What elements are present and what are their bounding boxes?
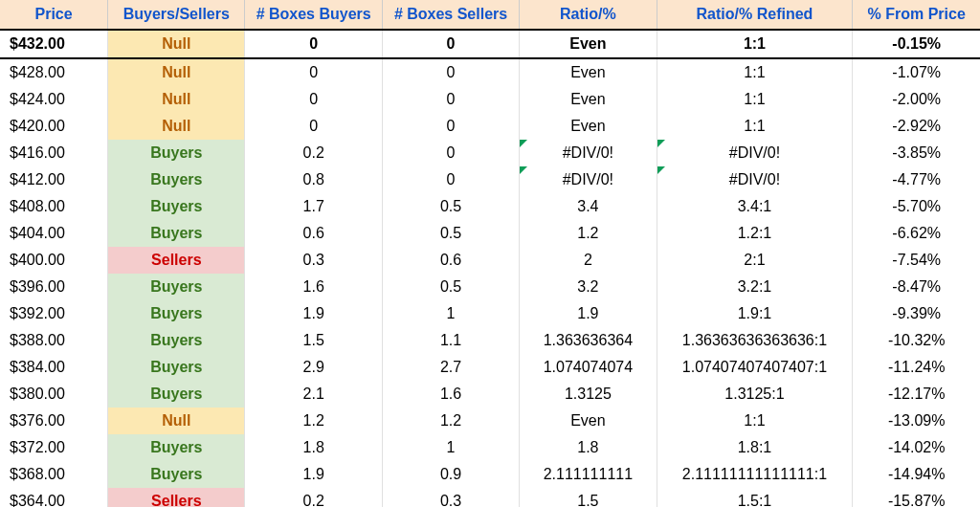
cell-boxes-sellers[interactable]: 0	[382, 86, 519, 113]
cell-ratio[interactable]: Even	[520, 58, 657, 86]
cell-from-price[interactable]: -14.02%	[853, 434, 980, 461]
cell-from-price[interactable]: -5.70%	[853, 193, 980, 220]
cell-boxes-sellers[interactable]: 1.1	[382, 327, 519, 354]
cell-boxes-sellers[interactable]: 0	[382, 140, 519, 166]
table-row[interactable]: $388.00Buyers1.51.11.3636363641.36363636…	[0, 327, 980, 354]
table-row[interactable]: $400.00Sellers0.30.622:1-7.54%	[0, 247, 980, 274]
cell-ratio-refined[interactable]: 1.07407407407407:1	[657, 354, 853, 381]
cell-boxes-sellers[interactable]: 0.5	[382, 193, 519, 220]
cell-ratio[interactable]: 3.2	[520, 274, 657, 300]
cell-ratio[interactable]: 1.9	[520, 300, 657, 327]
cell-price[interactable]: $424.00	[0, 86, 108, 113]
cell-boxes-buyers[interactable]: 2.9	[245, 354, 382, 381]
cell-buyers-sellers[interactable]: Sellers	[108, 488, 245, 507]
cell-buyers-sellers[interactable]: Null	[108, 30, 245, 58]
cell-price[interactable]: $384.00	[0, 354, 108, 381]
cell-ratio[interactable]: 1.2	[520, 220, 657, 247]
cell-price[interactable]: $420.00	[0, 113, 108, 140]
table-row[interactable]: $428.00Null00Even1:1-1.07%	[0, 58, 980, 86]
cell-boxes-buyers[interactable]: 0	[245, 58, 382, 86]
cell-buyers-sellers[interactable]: Buyers	[108, 300, 245, 327]
cell-ratio-refined[interactable]: #DIV/0!	[657, 140, 853, 166]
cell-boxes-buyers[interactable]: 0.2	[245, 140, 382, 166]
cell-from-price[interactable]: -10.32%	[853, 327, 980, 354]
cell-ratio[interactable]: Even	[520, 86, 657, 113]
cell-boxes-buyers[interactable]: 0	[245, 86, 382, 113]
cell-boxes-buyers[interactable]: 1.5	[245, 327, 382, 354]
cell-boxes-sellers[interactable]: 0.9	[382, 461, 519, 488]
cell-boxes-buyers[interactable]: 1.7	[245, 193, 382, 220]
table-row[interactable]: $372.00Buyers1.811.81.8:1-14.02%	[0, 434, 980, 461]
cell-ratio[interactable]: 2.111111111	[520, 461, 657, 488]
cell-from-price[interactable]: -11.24%	[853, 354, 980, 381]
table-row[interactable]: $432.00Null00Even1:1-0.15%	[0, 30, 980, 58]
cell-from-price[interactable]: -2.00%	[853, 86, 980, 113]
cell-boxes-buyers[interactable]: 0	[245, 30, 382, 58]
cell-boxes-sellers[interactable]: 1	[382, 434, 519, 461]
cell-boxes-sellers[interactable]: 0.5	[382, 220, 519, 247]
cell-price[interactable]: $404.00	[0, 220, 108, 247]
cell-buyers-sellers[interactable]: Buyers	[108, 220, 245, 247]
cell-ratio-refined[interactable]: 1.2:1	[657, 220, 853, 247]
header-ratio[interactable]: Ratio/%	[520, 0, 657, 30]
cell-price[interactable]: $416.00	[0, 140, 108, 166]
cell-from-price[interactable]: -12.17%	[853, 381, 980, 408]
cell-boxes-sellers[interactable]: 0.5	[382, 274, 519, 300]
table-row[interactable]: $384.00Buyers2.92.71.0740740741.07407407…	[0, 354, 980, 381]
cell-ratio-refined[interactable]: 3.2:1	[657, 274, 853, 300]
cell-buyers-sellers[interactable]: Null	[108, 86, 245, 113]
cell-price[interactable]: $364.00	[0, 488, 108, 507]
cell-ratio-refined[interactable]: 1.5:1	[657, 488, 853, 507]
cell-buyers-sellers[interactable]: Buyers	[108, 354, 245, 381]
cell-ratio[interactable]: Even	[520, 408, 657, 434]
cell-ratio[interactable]: #DIV/0!	[520, 140, 657, 166]
table-row[interactable]: $380.00Buyers2.11.61.31251.3125:1-12.17%	[0, 381, 980, 408]
cell-ratio[interactable]: #DIV/0!	[520, 166, 657, 193]
cell-from-price[interactable]: -7.54%	[853, 247, 980, 274]
cell-from-price[interactable]: -4.77%	[853, 166, 980, 193]
cell-boxes-buyers[interactable]: 0.6	[245, 220, 382, 247]
cell-buyers-sellers[interactable]: Null	[108, 58, 245, 86]
cell-boxes-buyers[interactable]: 0.2	[245, 488, 382, 507]
cell-from-price[interactable]: -8.47%	[853, 274, 980, 300]
cell-price[interactable]: $432.00	[0, 30, 108, 58]
cell-from-price[interactable]: -6.62%	[853, 220, 980, 247]
cell-boxes-buyers[interactable]: 1.6	[245, 274, 382, 300]
cell-price[interactable]: $368.00	[0, 461, 108, 488]
cell-buyers-sellers[interactable]: Buyers	[108, 461, 245, 488]
cell-buyers-sellers[interactable]: Buyers	[108, 381, 245, 408]
cell-buyers-sellers[interactable]: Sellers	[108, 247, 245, 274]
header-price[interactable]: Price	[0, 0, 108, 30]
cell-buyers-sellers[interactable]: Buyers	[108, 140, 245, 166]
cell-price[interactable]: $388.00	[0, 327, 108, 354]
cell-boxes-sellers[interactable]: 1.6	[382, 381, 519, 408]
cell-ratio-refined[interactable]: 1:1	[657, 58, 853, 86]
cell-ratio[interactable]: 1.5	[520, 488, 657, 507]
cell-buyers-sellers[interactable]: Buyers	[108, 193, 245, 220]
table-row[interactable]: $408.00Buyers1.70.53.43.4:1-5.70%	[0, 193, 980, 220]
table-row[interactable]: $364.00Sellers0.20.31.51.5:1-15.87%	[0, 488, 980, 507]
cell-boxes-sellers[interactable]: 0	[382, 166, 519, 193]
table-row[interactable]: $392.00Buyers1.911.91.9:1-9.39%	[0, 300, 980, 327]
cell-boxes-sellers[interactable]: 0	[382, 113, 519, 140]
cell-boxes-sellers[interactable]: 0.6	[382, 247, 519, 274]
cell-from-price[interactable]: -2.92%	[853, 113, 980, 140]
cell-boxes-sellers[interactable]: 1.2	[382, 408, 519, 434]
header-buyers-sellers[interactable]: Buyers/Sellers	[108, 0, 245, 30]
cell-ratio-refined[interactable]: 1:1	[657, 86, 853, 113]
cell-from-price[interactable]: -9.39%	[853, 300, 980, 327]
cell-boxes-buyers[interactable]: 0.8	[245, 166, 382, 193]
table-row[interactable]: $412.00Buyers0.80#DIV/0!#DIV/0!-4.77%	[0, 166, 980, 193]
header-boxes-sellers[interactable]: # Boxes Sellers	[382, 0, 519, 30]
cell-ratio-refined[interactable]: 1.8:1	[657, 434, 853, 461]
cell-ratio-refined[interactable]: 1.9:1	[657, 300, 853, 327]
cell-boxes-sellers[interactable]: 2.7	[382, 354, 519, 381]
cell-boxes-buyers[interactable]: 1.9	[245, 461, 382, 488]
cell-from-price[interactable]: -14.94%	[853, 461, 980, 488]
table-row[interactable]: $404.00Buyers0.60.51.21.2:1-6.62%	[0, 220, 980, 247]
cell-ratio[interactable]: 1.8	[520, 434, 657, 461]
cell-ratio-refined[interactable]: 1.3125:1	[657, 381, 853, 408]
header-from-price[interactable]: % From Price	[853, 0, 980, 30]
cell-ratio[interactable]: 1.074074074	[520, 354, 657, 381]
cell-price[interactable]: $392.00	[0, 300, 108, 327]
